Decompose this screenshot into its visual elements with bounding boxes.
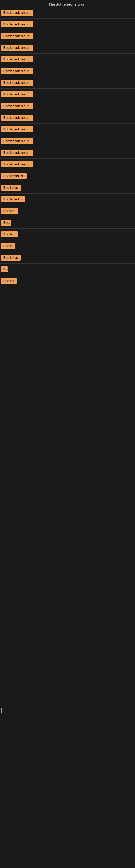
divider (0, 123, 135, 124)
divider (0, 42, 135, 42)
divider (0, 135, 135, 135)
list-item[interactable]: Bottleneck result (0, 66, 135, 76)
bottleneck-badge[interactable]: Bottleneck result (1, 91, 34, 97)
bottleneck-badge[interactable]: Bottlenec (1, 255, 20, 261)
divider (0, 30, 135, 30)
bottleneck-badge[interactable]: Bottleneck result (1, 22, 34, 27)
bottleneck-badge[interactable]: Bottlen (1, 231, 18, 237)
bottleneck-badge[interactable]: Bottle (1, 243, 15, 249)
bottleneck-badge[interactable]: Bottlen (1, 208, 18, 214)
bottleneck-badge[interactable]: Bottleneck result (1, 150, 34, 156)
site-header: TheBottlenecker.com (0, 0, 135, 8)
bottleneck-badge[interactable]: Bottleneck result (1, 68, 34, 74)
list-item[interactable]: Bottleneck re (0, 171, 135, 181)
list-item[interactable]: Bottlen (0, 229, 135, 240)
bottleneck-badge[interactable]: Bottleneck result (1, 45, 34, 51)
list-item[interactable]: Bottleneck result (0, 19, 135, 30)
divider (0, 252, 135, 252)
list-item[interactable]: Bottleneck result (0, 159, 135, 169)
bottleneck-badge[interactable]: Bottlen (1, 278, 17, 284)
divider (0, 193, 135, 194)
bottleneck-badge[interactable]: Bottleneck result (1, 161, 34, 167)
list-item[interactable]: Bottleneck result (0, 148, 135, 158)
divider (0, 19, 135, 19)
list-item[interactable]: Bottleneck result (0, 42, 135, 53)
divider (0, 158, 135, 159)
list-item[interactable]: Bottlen (0, 206, 135, 216)
bottleneck-badge[interactable]: Bottleneck result (1, 56, 34, 62)
bottleneck-badge[interactable]: Bottleneck result (1, 103, 34, 109)
cursor-line (1, 708, 2, 713)
bottleneck-badge[interactable]: Bottleneck re (1, 173, 27, 179)
list-item[interactable]: Bottleneck r (0, 194, 135, 205)
divider (0, 217, 135, 217)
list-item[interactable]: Bottlenec (0, 252, 135, 263)
bottleneck-badge[interactable]: Bottleneck result (1, 80, 34, 86)
bottleneck-badge[interactable]: Bo (1, 267, 8, 272)
divider (0, 228, 135, 229)
list-item[interactable]: Bottle (0, 241, 135, 251)
list-item[interactable]: Bottleneck result (0, 8, 135, 18)
divider (0, 182, 135, 182)
list-item[interactable]: Bottleneck result (0, 89, 135, 99)
bottleneck-badge[interactable]: Bottleneck r (1, 196, 25, 203)
list-item[interactable]: Bottlenec (0, 183, 135, 193)
divider (0, 65, 135, 65)
divider (0, 170, 135, 170)
bottleneck-badge[interactable]: Bottleneck result (1, 138, 34, 144)
items-container: Bottleneck resultBottleneck resultBottle… (0, 8, 135, 286)
bottleneck-badge[interactable]: Bottleneck result (1, 10, 34, 16)
divider (0, 100, 135, 100)
list-item[interactable]: Bottleneck result (0, 78, 135, 88)
bottleneck-badge[interactable]: Bott (1, 220, 11, 226)
bottleneck-badge[interactable]: Bottleneck result (1, 126, 34, 132)
list-item[interactable]: Bottleneck result (0, 113, 135, 123)
list-item[interactable]: Bott (0, 218, 135, 228)
list-item[interactable]: Bottleneck result (0, 136, 135, 146)
divider (0, 77, 135, 77)
site-title: TheBottlenecker.com (48, 2, 86, 6)
divider (0, 275, 135, 275)
bottleneck-badge[interactable]: Bottleneck result (1, 33, 34, 39)
divider (0, 88, 135, 89)
bottleneck-badge[interactable]: Bottlenec (1, 185, 21, 191)
list-item[interactable]: Bo (0, 264, 135, 275)
divider (0, 240, 135, 240)
list-item[interactable]: Bottleneck result (0, 101, 135, 111)
list-item[interactable]: Bottleneck result (0, 54, 135, 65)
list-item[interactable]: Bottleneck result (0, 124, 135, 134)
bottleneck-badge[interactable]: Bottleneck result (1, 115, 34, 121)
list-item[interactable]: Bottlen (0, 276, 135, 286)
list-item[interactable]: Bottleneck result (0, 31, 135, 41)
